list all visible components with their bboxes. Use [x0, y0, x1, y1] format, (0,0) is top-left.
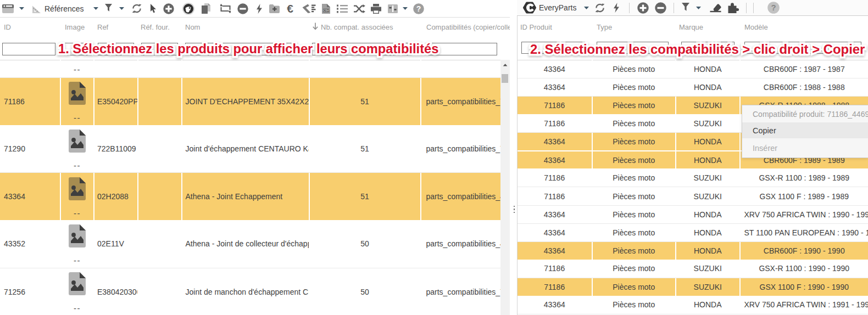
svg-text:?: ? [416, 4, 421, 13]
svg-text:CSV: CSV [323, 8, 329, 12]
svg-text:?: ? [771, 3, 776, 12]
